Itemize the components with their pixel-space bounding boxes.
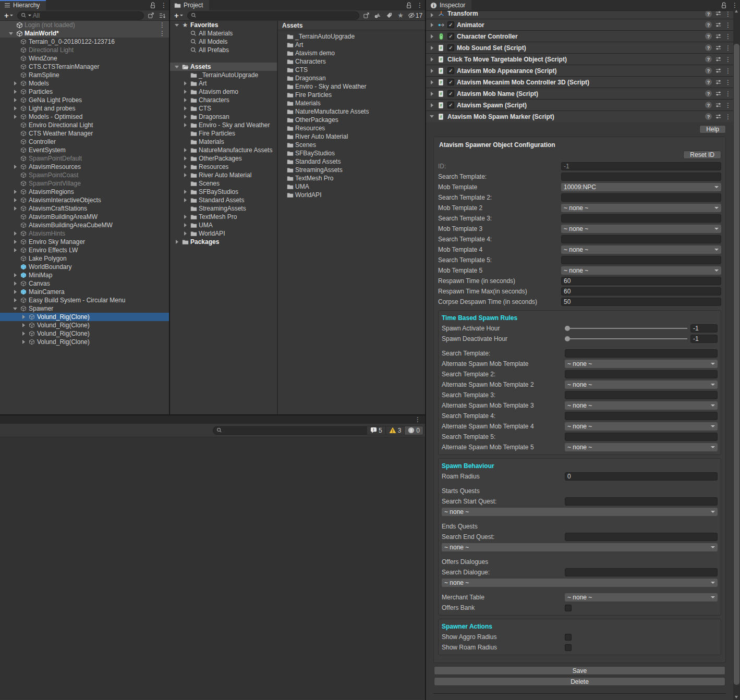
foldout-arrow-icon[interactable] [182, 215, 188, 219]
asset-row[interactable]: UMA [278, 182, 425, 191]
foldout-arrow-icon[interactable] [174, 66, 180, 68]
scene-menu-icon[interactable]: ⋮ [159, 30, 165, 36]
foldout-arrow-icon[interactable] [429, 13, 434, 17]
tab-hierarchy[interactable]: Hierarchy [0, 0, 46, 10]
hierarchy-item-row[interactable]: Canvas [0, 279, 169, 288]
text-field[interactable] [565, 370, 718, 378]
foldout-arrow-icon[interactable] [182, 98, 188, 102]
foldout-arrow-icon[interactable] [182, 106, 188, 110]
hierarchy-item-row[interactable]: Terrain_0_0-20180122-123716 [0, 38, 169, 46]
foldout-arrow-icon[interactable] [12, 231, 18, 236]
dropdown-field[interactable]: ~ none ~ [565, 380, 718, 389]
favorites-star-icon[interactable]: ★ [396, 11, 405, 20]
error-filter-button[interactable]: ! 0 [405, 426, 423, 435]
component-atavism-mecanim-mob-controller-3d[interactable]: # Atavism Mecanim Mob Controller 3D (Scr… [426, 76, 733, 88]
dropdown-field[interactable]: ~ none ~ [561, 245, 721, 254]
scrollbar-thumb[interactable] [734, 44, 739, 685]
project-tree-row[interactable]: ★ Dragonsan [170, 113, 277, 121]
presets-icon[interactable] [714, 67, 722, 75]
project-tree-row[interactable]: ★ Characters [170, 96, 277, 104]
foldout-arrow-icon[interactable] [12, 106, 18, 110]
presets-icon[interactable] [714, 101, 722, 109]
project-tree-row[interactable]: ★ Scenes [170, 179, 277, 188]
hierarchy-item-row[interactable]: SpawnPointDefault [0, 154, 169, 163]
text-field[interactable] [565, 412, 718, 420]
hierarchy-item-row[interactable]: Enviro Sky Manager [0, 238, 169, 246]
scroll-up-arrow-icon[interactable] [735, 10, 738, 13]
foldout-arrow-icon[interactable] [182, 190, 188, 194]
hierarchy-item-row[interactable]: SpawnPointVillage [0, 179, 169, 188]
inspector-scrollbar[interactable] [733, 8, 740, 700]
component-atavism-mob-spawn-marker[interactable]: # Atavism Mob Spawn Marker (Script) ? ⋮ [426, 110, 733, 122]
hierarchy-item-row[interactable]: Volund_Rig(Clone) [0, 321, 169, 329]
foldout-arrow-icon[interactable] [182, 115, 188, 119]
help-icon[interactable]: ? [705, 102, 712, 108]
hidden-packages-toggle[interactable]: 17 [407, 11, 423, 20]
component-transform[interactable]: Transform ? ⋮ [426, 10, 733, 19]
hierarchy-item-row[interactable]: Volund_Rig(Clone) [0, 313, 169, 321]
text-field[interactable]: 50 [561, 298, 721, 306]
foldout-arrow-icon[interactable] [182, 198, 188, 202]
project-tree-row[interactable]: ★ Enviro - Sky and Weather [170, 121, 277, 129]
hierarchy-item-row[interactable]: WorldBoundary [0, 263, 169, 271]
asset-row[interactable]: TextMesh Pro [278, 174, 425, 182]
foldout-arrow-icon[interactable] [12, 308, 18, 310]
foldout-arrow-icon[interactable] [429, 34, 434, 39]
slider-knob[interactable] [565, 326, 570, 331]
dropdown-field[interactable]: ~ none ~ [565, 422, 718, 431]
project-tree-row[interactable]: ★ All Models [170, 38, 277, 46]
hierarchy-item-row[interactable]: Spawner [0, 304, 169, 313]
asset-row[interactable]: Standard Assets [278, 157, 425, 166]
component-enabled-checkbox[interactable] [447, 44, 454, 51]
hierarchy-item-row[interactable]: Models [0, 79, 169, 88]
dropdown-field[interactable]: ~ none ~ [565, 401, 718, 410]
hierarchy-item-row[interactable]: WindZone [0, 54, 169, 63]
panel-menu-icon[interactable]: ⋮ [415, 416, 421, 423]
component-menu-icon[interactable]: ⋮ [725, 68, 731, 74]
foldout-arrow-icon[interactable] [12, 190, 18, 194]
text-field[interactable] [565, 533, 718, 541]
component-character-controller[interactable]: Character Controller ? ⋮ [426, 30, 733, 42]
hierarchy-item-row[interactable]: Particles [0, 88, 169, 96]
hierarchy-item-row[interactable]: Light and probes [0, 104, 169, 113]
text-field[interactable] [565, 568, 718, 576]
presets-icon[interactable] [714, 21, 722, 29]
component-menu-icon[interactable]: ⋮ [725, 22, 731, 28]
hierarchy-item-row[interactable]: Models - Optimised [0, 113, 169, 121]
hierarchy-item-row[interactable]: AtavismInteractiveObjects [0, 196, 169, 204]
component-menu-icon[interactable]: ⋮ [725, 79, 731, 85]
project-tree-row[interactable]: ★ WorldAPI [170, 229, 277, 238]
project-search-input[interactable] [187, 11, 359, 20]
hierarchy-item-row[interactable]: Easy Build System - Circular Menu [0, 296, 169, 304]
hierarchy-item-row[interactable]: Volund_Rig(Clone) [0, 338, 169, 346]
project-tree-row[interactable]: ★ Resources [170, 163, 277, 171]
asset-row[interactable]: Scenes [278, 141, 425, 149]
foldout-arrow-icon[interactable] [12, 90, 18, 94]
asset-row[interactable]: Atavism demo [278, 49, 425, 57]
help-button[interactable]: Help [699, 125, 726, 133]
asset-row[interactable]: Characters [278, 57, 425, 66]
component-enabled-checkbox[interactable] [447, 21, 454, 28]
foldout-arrow-icon[interactable] [429, 57, 434, 62]
console-log-area[interactable] [0, 437, 425, 699]
hierarchy-item-row[interactable]: AtavismBuildingAreaMW [0, 213, 169, 221]
hierarchy-item-row[interactable]: AtavismRegions [0, 188, 169, 196]
hierarchy-item-row[interactable]: AtavismResources [0, 163, 169, 171]
hierarchy-scene-row[interactable]: MainWorld* ⋮ [0, 29, 169, 38]
hierarchy-item-row[interactable]: GeNa Light Probes [0, 96, 169, 104]
foldout-arrow-icon[interactable] [12, 281, 18, 286]
text-field[interactable]: 60 [561, 287, 721, 296]
foldout-arrow-icon[interactable] [12, 98, 18, 102]
component-atavism-mob-name[interactable]: # Atavism Mob Name (Script) ? ⋮ [426, 88, 733, 99]
text-field[interactable] [561, 193, 721, 202]
help-icon[interactable]: ? [705, 79, 712, 85]
presets-icon[interactable] [714, 90, 722, 97]
foldout-arrow-icon[interactable] [182, 165, 188, 169]
slider-value-field[interactable]: -1 [690, 324, 718, 333]
project-tree-row[interactable]: ★ Assets [170, 63, 277, 71]
foldout-arrow-icon[interactable] [12, 165, 18, 169]
component-atavism-mob-appearance[interactable]: # Atavism Mob Appearance (Script) ? ⋮ [426, 65, 733, 76]
text-field[interactable]: 60 [561, 277, 721, 285]
asset-row[interactable]: Enviro - Sky and Weather [278, 82, 425, 91]
panel-menu-icon[interactable]: ⋮ [732, 2, 738, 8]
